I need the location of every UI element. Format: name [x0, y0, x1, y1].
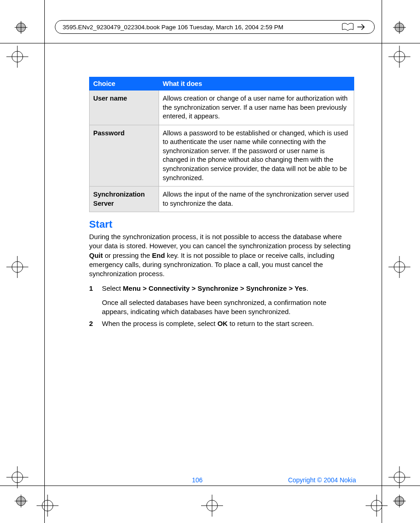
- crop-mark-icon: [388, 466, 410, 488]
- what-cell: Allows a password to be established or c…: [159, 125, 354, 186]
- registration-mark-icon: [393, 21, 406, 34]
- text-bold: OK: [218, 320, 228, 327]
- choices-table: Choice What it does User name Allows cre…: [89, 77, 354, 212]
- text-bold: Menu > Connectivity > Synchronize > Sync…: [123, 284, 307, 292]
- step-number: 2: [89, 319, 102, 328]
- copyright-text: Copyright © 2004 Nokia: [288, 476, 356, 484]
- table-row: Synchronization Server Allows the input …: [90, 187, 354, 212]
- page-number: 106: [192, 476, 202, 484]
- text-run: Select: [102, 284, 123, 292]
- text-run: When the process is complete, select: [102, 320, 218, 327]
- table-row: User name Allows creation or change of a…: [90, 91, 354, 125]
- page-header-bar: 3595.ENv2_9230479_022304.book Page 106 T…: [55, 20, 375, 34]
- registration-mark-icon: [15, 21, 27, 34]
- crop-mark-icon: [37, 495, 58, 517]
- header-icons: [341, 23, 367, 31]
- trim-line-bottom: [0, 486, 420, 486]
- crop-mark-icon: [6, 256, 28, 278]
- step-list: 1 Select Menu > Connectivity > Synchroni…: [89, 284, 354, 328]
- what-cell: Allows the input of the name of the sync…: [159, 187, 354, 212]
- step-number: 1: [89, 284, 102, 316]
- text-run: to return to the start screen.: [228, 320, 314, 327]
- text-bold: Quit: [89, 251, 103, 259]
- step-body: Select Menu > Connectivity > Synchronize…: [102, 284, 354, 316]
- step-item: 1 Select Menu > Connectivity > Synchroni…: [89, 284, 354, 316]
- trim-line-right: [382, 0, 382, 523]
- table-header-what: What it does: [159, 77, 354, 91]
- what-cell: Allows creation or change of a user name…: [159, 91, 354, 125]
- start-paragraph: During the synchronization process, it i…: [89, 232, 354, 278]
- registration-mark-icon: [15, 495, 27, 507]
- choice-cell: Synchronization Server: [90, 187, 159, 212]
- trim-line-left: [44, 0, 45, 523]
- crop-mark-icon: [6, 466, 28, 488]
- crop-mark-icon: [388, 46, 410, 68]
- section-heading-start: Start: [89, 219, 354, 230]
- crop-mark-icon: [366, 495, 388, 517]
- step-body: When the process is complete, select OK …: [102, 319, 354, 328]
- crop-mark-icon: [6, 46, 28, 68]
- text-run: .: [306, 284, 308, 292]
- step-followup: Once all selected databases have been sy…: [102, 298, 354, 317]
- table-row: Password Allows a password to be establi…: [90, 125, 354, 186]
- choice-cell: Password: [90, 125, 159, 186]
- page-content: Choice What it does User name Allows cre…: [89, 77, 354, 331]
- crop-mark-icon: [201, 495, 223, 517]
- text-run: During the synchronization process, it i…: [89, 233, 351, 250]
- choice-cell: User name: [90, 91, 159, 125]
- book-open-icon: [341, 23, 354, 31]
- text-bold: End: [152, 251, 165, 259]
- text-run: or pressing the: [103, 251, 152, 259]
- table-header-choice: Choice: [90, 77, 159, 91]
- trim-line-top: [0, 43, 420, 43]
- registration-mark-icon: [393, 495, 406, 507]
- arrow-right-icon: [357, 23, 367, 31]
- crop-mark-icon: [388, 256, 410, 278]
- page-header-text: 3595.ENv2_9230479_022304.book Page 106 T…: [63, 24, 283, 31]
- step-item: 2 When the process is complete, select O…: [89, 319, 354, 328]
